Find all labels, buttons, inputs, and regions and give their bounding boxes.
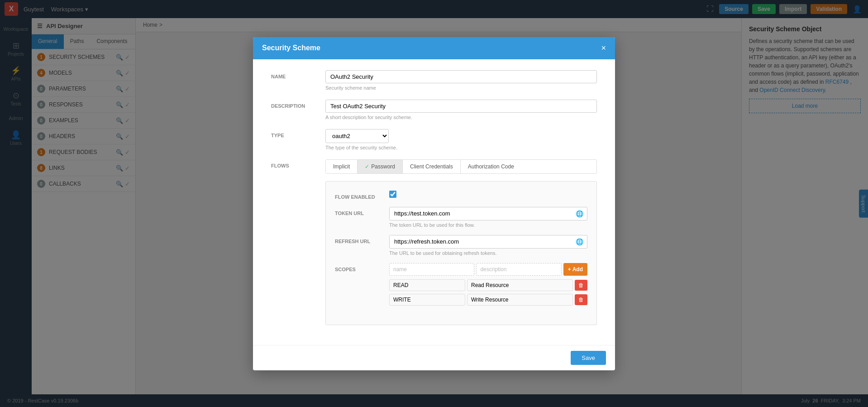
globe-icon[interactable]: 🌐 [572, 207, 587, 220]
delete-scope-read-button[interactable]: 🗑 [575, 280, 587, 291]
scope-read-description[interactable] [467, 279, 573, 291]
modal-close-button[interactable]: × [601, 43, 606, 53]
check-icon: ✓ [365, 163, 369, 170]
scope-write-name[interactable] [389, 294, 465, 306]
flow-enabled-content [389, 191, 587, 199]
refresh-url-input[interactable] [390, 235, 572, 248]
name-content: Security scheme name [325, 70, 597, 91]
description-hint: A short description for security scheme. [325, 115, 597, 120]
name-label: NAME [271, 70, 325, 79]
name-hint: Security scheme name [325, 85, 597, 91]
modal-overlay[interactable]: Security Scheme × NAME Security scheme n… [0, 0, 868, 407]
flow-box: FLOW ENABLED TOKEN URL 🌐 [325, 181, 597, 325]
flow-enabled-checkbox[interactable] [389, 191, 396, 198]
refresh-url-row: REFRESH URL 🌐 The URL to be used for obt… [335, 235, 587, 256]
type-label: TYPE [271, 129, 325, 138]
scope-name-input[interactable] [389, 263, 474, 276]
flow-enabled-row: FLOW ENABLED [335, 191, 587, 200]
tab-authorization-code[interactable]: Authorization Code [461, 160, 521, 173]
security-scheme-modal: Security Scheme × NAME Security scheme n… [253, 37, 615, 370]
scopes-label: SCOPES [335, 263, 389, 272]
type-select[interactable]: oauth2 http apiKey openIdConnect [325, 129, 389, 143]
refresh-url-hint: The URL to be used for obtaining refresh… [389, 250, 587, 256]
token-url-wrap: 🌐 [389, 207, 587, 220]
scopes-add-row: + Add [389, 263, 587, 276]
modal-save-button[interactable]: Save [571, 351, 606, 365]
scopes-content: + Add 🗑 [389, 263, 587, 308]
tab-implicit[interactable]: Implicit [326, 160, 358, 173]
scopes-row: SCOPES + Add [335, 263, 587, 308]
scope-write-description[interactable] [467, 294, 573, 306]
token-url-row: TOKEN URL 🌐 The token URL to be used for… [335, 207, 587, 228]
refresh-url-label: REFRESH URL [335, 235, 389, 244]
description-content: A short description for security scheme. [325, 100, 597, 120]
type-content: oauth2 http apiKey openIdConnect The typ… [325, 129, 597, 150]
add-scope-button[interactable]: + Add [563, 263, 587, 276]
modal-header: Security Scheme × [253, 37, 615, 59]
description-input[interactable] [325, 100, 597, 113]
scope-row-write: 🗑 [389, 294, 587, 306]
modal-footer: Save [253, 345, 615, 370]
name-field-row: NAME Security scheme name [271, 70, 597, 91]
flows-tabs: Implicit ✓ Password Client Credentials A… [325, 159, 597, 174]
globe-icon-refresh[interactable]: 🌐 [572, 235, 587, 248]
flows-content: Implicit ✓ Password Client Credentials A… [325, 159, 597, 325]
refresh-url-content: 🌐 The URL to be used for obtaining refre… [389, 235, 587, 256]
tab-password[interactable]: ✓ Password [358, 160, 403, 173]
scope-row-read: 🗑 [389, 279, 587, 291]
token-url-input[interactable] [390, 207, 572, 220]
type-hint: The type of the security scheme. [325, 145, 597, 150]
description-field-row: DESCRIPTION A short description for secu… [271, 100, 597, 120]
type-field-row: TYPE oauth2 http apiKey openIdConnect Th… [271, 129, 597, 150]
modal-title: Security Scheme [262, 44, 320, 52]
delete-scope-write-button[interactable]: 🗑 [575, 294, 587, 305]
token-url-content: 🌐 The token URL to be used for this flow… [389, 207, 587, 228]
tab-client-credentials[interactable]: Client Credentials [403, 160, 461, 173]
token-url-label: TOKEN URL [335, 207, 389, 216]
scope-read-name[interactable] [389, 279, 465, 291]
modal-body: NAME Security scheme name DESCRIPTION A … [253, 59, 615, 345]
token-url-hint: The token URL to be used for this flow. [389, 222, 587, 228]
refresh-url-wrap: 🌐 [389, 235, 587, 249]
flows-field-row: FLOWS Implicit ✓ Password Client Credent… [271, 159, 597, 325]
name-input[interactable] [325, 70, 597, 83]
scope-desc-input[interactable] [476, 263, 561, 276]
description-label: DESCRIPTION [271, 100, 325, 109]
flows-label: FLOWS [271, 159, 325, 168]
flow-enabled-label: FLOW ENABLED [335, 191, 389, 200]
